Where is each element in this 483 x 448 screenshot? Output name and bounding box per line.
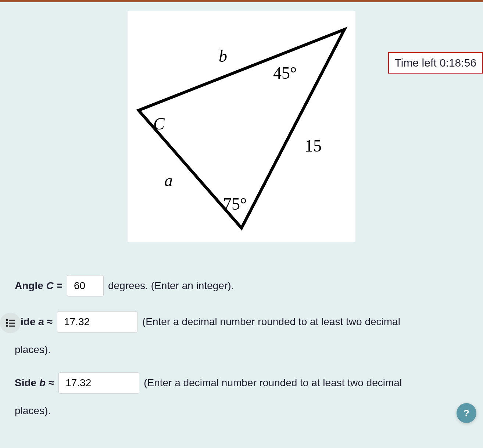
triangle-angle-75-label: 75°	[223, 194, 247, 214]
triangle-side-a-label: a	[164, 171, 173, 190]
triangle-side-b-label: b	[219, 46, 227, 66]
question-area: Angle C = degrees. (Enter an integer). i…	[0, 242, 483, 419]
side-b-row: Side b ≈ (Enter a decimal number rounded…	[15, 372, 468, 394]
help-button[interactable]: ?	[457, 403, 476, 423]
question-mark-icon: ?	[464, 408, 469, 419]
angle-c-label: Angle C =	[15, 278, 62, 294]
side-a-label: ide a ≈	[21, 314, 53, 330]
side-a-suffix: (Enter a decimal number rounded to at le…	[142, 314, 400, 330]
side-b-row-2: places).	[15, 403, 468, 419]
top-border	[0, 0, 483, 2]
menu-button[interactable]	[0, 313, 21, 333]
side-a-suffix2: places).	[15, 342, 51, 358]
time-left-text: Time left 0:18:56	[395, 57, 476, 69]
triangle-side-15-label: 15	[305, 136, 322, 156]
triangle-angle-45-label: 45°	[273, 63, 297, 83]
side-a-input[interactable]	[57, 311, 138, 333]
side-a-row: ide a ≈ (Enter a decimal number rounded …	[21, 311, 468, 333]
side-b-suffix2: places).	[15, 403, 51, 419]
side-b-label: Side b ≈	[15, 375, 54, 391]
side-a-row-2: places).	[15, 342, 468, 358]
list-icon	[6, 319, 15, 327]
angle-c-input[interactable]	[67, 275, 104, 296]
side-b-input[interactable]	[58, 372, 139, 394]
time-left-box: Time left 0:18:56	[388, 52, 483, 74]
triangle-angle-c-label: C	[153, 114, 165, 134]
triangle-diagram: b 45° C 15 a 75°	[128, 11, 355, 242]
angle-c-row: Angle C = degrees. (Enter an integer).	[15, 275, 468, 296]
side-b-suffix: (Enter a decimal number rounded to at le…	[144, 375, 402, 391]
angle-c-suffix: degrees. (Enter an integer).	[108, 278, 234, 294]
